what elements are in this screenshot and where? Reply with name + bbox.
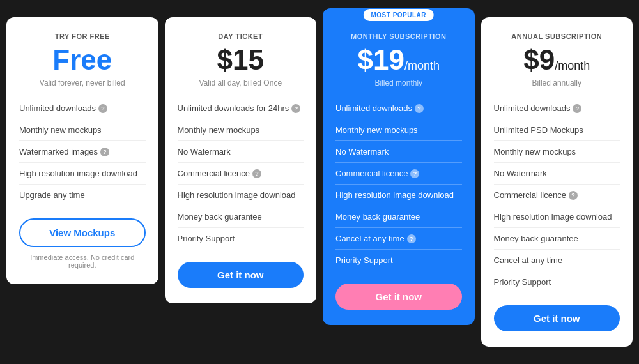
card-price-free: Free bbox=[19, 44, 146, 76]
feature-item: Commercial licence ? bbox=[494, 185, 620, 206]
feature-item: High resolution image download bbox=[335, 185, 462, 206]
help-icon: ? bbox=[573, 104, 581, 113]
price-note-annual: Billed annually bbox=[494, 79, 620, 87]
card-price-monthly: $19/month bbox=[335, 44, 462, 76]
feature-item: Priority Support bbox=[178, 228, 304, 249]
cta-button-monthly[interactable]: Get it now bbox=[335, 284, 462, 310]
feature-item: Unlimited downloads for 24hrs ? bbox=[178, 98, 304, 119]
feature-item: Commercial licence ? bbox=[178, 163, 304, 185]
pricing-container: TRY FOR FREEFreeValid forever, never bil… bbox=[6, 17, 633, 347]
price-note-free: Valid forever, never billed bbox=[19, 79, 146, 87]
card-price-day: $15 bbox=[178, 44, 304, 76]
help-icon: ? bbox=[252, 169, 261, 178]
cta-button-day[interactable]: Get it now bbox=[178, 262, 304, 288]
feature-item: High resolution image download bbox=[494, 206, 620, 228]
feature-item: Upgrade any time bbox=[19, 185, 146, 206]
help-icon: ? bbox=[569, 191, 578, 200]
footer-note-free: Immediate access. No credit card require… bbox=[19, 254, 146, 269]
most-popular-badge: MOST POPULAR bbox=[362, 8, 435, 22]
feature-item: Unlimited downloads ? bbox=[494, 98, 620, 119]
price-value: $19/month bbox=[358, 44, 440, 75]
feature-item: High resolution image download bbox=[19, 163, 146, 185]
feature-item: Unlimited downloads ? bbox=[335, 98, 462, 119]
feature-item: Unlimited PSD Mockups bbox=[494, 119, 620, 141]
card-monthly: MOST POPULARMONTHLY SUBSCRIPTION$19/mont… bbox=[323, 8, 475, 325]
features-list-monthly: Unlimited downloads ?Monthly new mockups… bbox=[335, 98, 462, 271]
cta-button-annual[interactable]: Get it now bbox=[494, 305, 620, 331]
card-subtitle-free: TRY FOR FREE bbox=[19, 33, 146, 40]
feature-item: Commercial licence ? bbox=[335, 163, 462, 185]
card-free: TRY FOR FREEFreeValid forever, never bil… bbox=[6, 17, 158, 284]
feature-item: Watermarked images ? bbox=[19, 141, 146, 163]
price-period: /month bbox=[404, 59, 440, 72]
card-subtitle-annual: ANNUAL SUBSCRIPTION bbox=[494, 33, 620, 40]
feature-item: Money back guarantee bbox=[335, 206, 462, 228]
card-subtitle-day: DAY TICKET bbox=[178, 33, 304, 40]
price-value: $15 bbox=[217, 44, 264, 75]
feature-item: Monthly new mockups bbox=[335, 119, 462, 141]
feature-item: Money back guarantee bbox=[178, 206, 304, 228]
card-annual: ANNUAL SUBSCRIPTION$9/monthBilled annual… bbox=[481, 17, 633, 347]
feature-item: Cancel at any time ? bbox=[335, 228, 462, 250]
features-list-free: Unlimited downloads ?Monthly new mockups… bbox=[19, 98, 146, 206]
price-note-monthly: Billed monthly bbox=[335, 79, 462, 87]
feature-item: Priority Support bbox=[335, 250, 462, 271]
feature-item: High resolution image download bbox=[178, 185, 304, 206]
help-icon: ? bbox=[407, 234, 416, 243]
price-value: Free bbox=[52, 44, 112, 75]
features-list-day: Unlimited downloads for 24hrs ?Monthly n… bbox=[178, 98, 304, 249]
help-icon: ? bbox=[100, 148, 109, 156]
feature-item: Priority Support bbox=[494, 271, 620, 292]
help-icon: ? bbox=[291, 104, 300, 113]
help-icon: ? bbox=[415, 104, 424, 113]
price-value: $9/month bbox=[523, 44, 590, 75]
feature-item: No Watermark bbox=[494, 163, 620, 185]
price-period: /month bbox=[555, 59, 590, 72]
feature-item: No Watermark bbox=[178, 141, 304, 163]
feature-item: Money back guarantee bbox=[494, 228, 620, 250]
feature-item: Cancel at any time bbox=[494, 250, 620, 271]
feature-item: Unlimited downloads ? bbox=[19, 98, 146, 119]
features-list-annual: Unlimited downloads ?Unlimited PSD Mocku… bbox=[494, 98, 620, 292]
feature-item: Monthly new mockups bbox=[178, 119, 304, 141]
card-day: DAY TICKET$15Valid all day, billed OnceU… bbox=[165, 17, 317, 303]
card-price-annual: $9/month bbox=[494, 44, 620, 76]
help-icon: ? bbox=[410, 169, 419, 178]
card-subtitle-monthly: MONTHLY SUBSCRIPTION bbox=[335, 33, 462, 40]
feature-item: Monthly new mockups bbox=[19, 119, 146, 141]
cta-button-free[interactable]: View Mockups bbox=[19, 218, 146, 247]
feature-item: No Watermark bbox=[335, 141, 462, 163]
help-icon: ? bbox=[98, 104, 107, 113]
price-note-day: Valid all day, billed Once bbox=[178, 79, 304, 87]
feature-item: Monthly new mockups bbox=[494, 141, 620, 163]
